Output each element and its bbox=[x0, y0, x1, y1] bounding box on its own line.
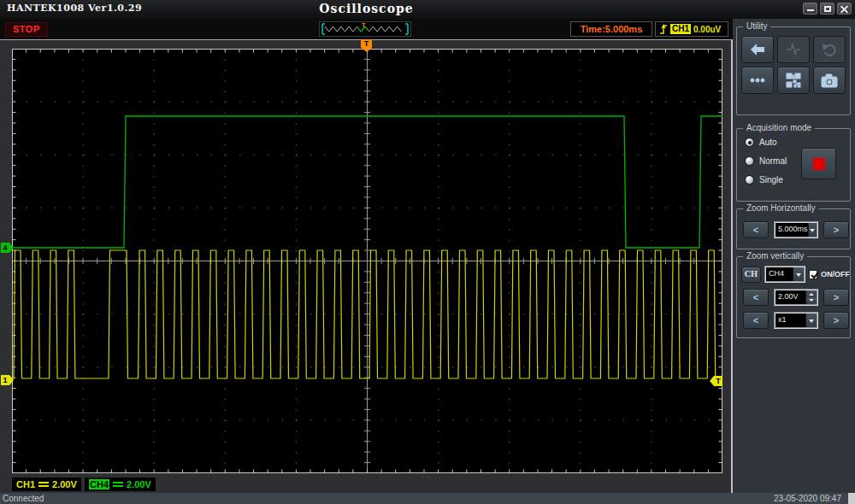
volts-decrease-button[interactable]: < bbox=[743, 289, 769, 306]
channel4-position-marker[interactable]: 4 bbox=[1, 243, 14, 253]
spinner-up-icon[interactable] bbox=[806, 290, 817, 297]
channel4-volts-per-div: 2.00V bbox=[127, 479, 151, 489]
timebase-decrease-button[interactable]: < bbox=[743, 221, 769, 238]
ellipsis-icon bbox=[749, 73, 766, 87]
timebase-increase-button[interactable]: > bbox=[823, 221, 849, 238]
zoom-vertical-title: Zoom vertically bbox=[743, 251, 807, 261]
dropdown-arrow-icon[interactable] bbox=[793, 267, 804, 281]
timebase-select[interactable]: 5.000ms bbox=[774, 221, 818, 238]
toolbar: STOP T Time:5.000ms CH1 0.00uV bbox=[0, 19, 733, 40]
dc-coupling-icon bbox=[38, 482, 49, 487]
channel-button[interactable]: CH bbox=[741, 267, 761, 283]
qr-code-icon bbox=[786, 73, 801, 88]
dc-coupling-icon bbox=[113, 482, 123, 487]
stop-button[interactable]: STOP bbox=[5, 22, 48, 37]
trigger-source-badge: CH1 bbox=[670, 24, 691, 34]
scope-display-area: T 4 1 T CH1 2.00V CH4 2.00V bbox=[0, 40, 733, 493]
multiplier-select[interactable]: x1 bbox=[774, 312, 818, 329]
trigger-position-preview[interactable]: T bbox=[319, 21, 411, 37]
spinner-down-icon[interactable] bbox=[806, 297, 817, 304]
maximize-button[interactable] bbox=[820, 3, 834, 15]
zoom-horizontal-title: Zoom Horizontally bbox=[743, 203, 819, 213]
volts-per-div-spinner[interactable]: 2.00V bbox=[774, 289, 818, 306]
back-button[interactable] bbox=[741, 36, 774, 63]
maximize-icon bbox=[824, 6, 831, 12]
minimize-button[interactable] bbox=[803, 3, 817, 15]
stop-square-icon bbox=[813, 158, 825, 170]
channel4-info-badge[interactable]: CH4 2.00V bbox=[85, 478, 156, 491]
undo-icon bbox=[822, 43, 837, 56]
more-options-button[interactable] bbox=[741, 67, 774, 94]
channel-onoff-checkbox[interactable] bbox=[809, 270, 817, 279]
channel1-info-badge[interactable]: CH1 2.00V bbox=[12, 478, 81, 491]
zoom-vertical-group: Zoom vertically CH CH4 ON/OFF < 2.00V > … bbox=[736, 256, 851, 338]
waveform-plot bbox=[12, 49, 722, 473]
utility-group-title: Utility bbox=[743, 21, 770, 31]
trigger-level-marker[interactable]: T bbox=[710, 376, 722, 386]
radio-icon bbox=[745, 156, 754, 166]
channel1-label: CH1 bbox=[16, 479, 35, 489]
control-panel: Utility bbox=[733, 19, 855, 493]
zoom-horizontal-group: Zoom Horizontally < 5.000ms > bbox=[736, 208, 851, 249]
pulse-icon bbox=[786, 43, 801, 56]
radio-auto[interactable]: Auto bbox=[745, 137, 850, 148]
trigger-time-marker[interactable]: T bbox=[361, 39, 372, 52]
acquisition-mode-group: Acquisition mode Auto Normal Single bbox=[736, 128, 851, 202]
radio-icon bbox=[745, 175, 754, 185]
camera-icon bbox=[821, 73, 838, 88]
waveform-generator-button[interactable] bbox=[777, 36, 810, 63]
minimize-icon bbox=[807, 9, 814, 11]
undo-button[interactable] bbox=[813, 36, 846, 63]
run-stop-button[interactable] bbox=[801, 148, 836, 179]
channel1-volts-per-div: 2.00V bbox=[52, 479, 77, 489]
close-icon bbox=[840, 5, 848, 13]
back-arrow-icon bbox=[750, 43, 765, 56]
onoff-label: ON/OFF bbox=[821, 270, 850, 278]
trigger-readout: CH1 0.00uV bbox=[655, 21, 728, 37]
status-bar: Connected 23-05-2020 09:47 bbox=[0, 493, 855, 504]
dropdown-arrow-icon[interactable] bbox=[805, 314, 817, 327]
channel4-label: CH4 bbox=[89, 479, 109, 489]
channel-select[interactable]: CH4 bbox=[764, 266, 805, 283]
multiplier-decrease-button[interactable]: < bbox=[743, 312, 769, 329]
volts-increase-button[interactable]: > bbox=[823, 289, 849, 306]
title-bar: HANTEK1008 Ver1.0.29 Oscilloscope bbox=[0, 0, 855, 19]
trigger-slope-icon bbox=[659, 23, 668, 35]
channel1-position-marker[interactable]: 1 bbox=[1, 375, 14, 385]
multiplier-increase-button[interactable]: > bbox=[823, 312, 849, 329]
trigger-level-value: 0.00uV bbox=[693, 25, 721, 34]
radio-icon bbox=[745, 138, 754, 147]
screenshot-button[interactable] bbox=[813, 67, 846, 94]
datetime-status: 23-05-2020 09:47 bbox=[774, 493, 841, 504]
window-controls bbox=[803, 3, 852, 15]
trigger-preview-waveform: T bbox=[320, 22, 410, 36]
dropdown-arrow-icon[interactable] bbox=[808, 223, 817, 237]
qr-code-button[interactable] bbox=[777, 67, 810, 94]
connection-status: Connected bbox=[3, 493, 44, 504]
acquisition-group-title: Acquisition mode bbox=[743, 123, 815, 132]
timebase-readout: Time:5.000ms bbox=[570, 21, 652, 37]
close-button[interactable] bbox=[837, 3, 852, 15]
resize-grip[interactable] bbox=[848, 493, 855, 504]
window-title: Oscilloscope bbox=[0, 2, 733, 15]
svg-text:T: T bbox=[362, 22, 366, 28]
utility-group: Utility bbox=[736, 26, 851, 115]
